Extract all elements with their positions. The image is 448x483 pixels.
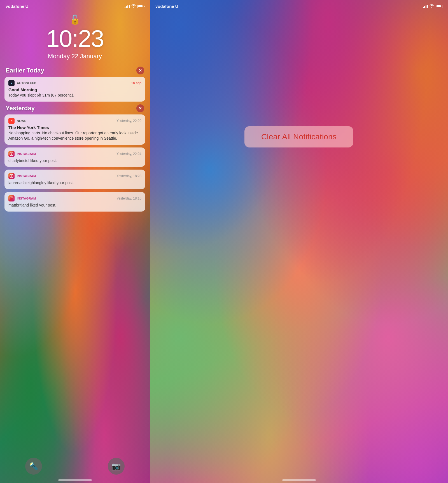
instagram1-notif-body: charlybristol liked your post. (8, 158, 141, 164)
lock-icon: 🔓 (0, 14, 150, 25)
autosleep-notif-body: Today you slept 6h 31m (87 percent.). (8, 93, 141, 98)
news-app-info: N NEWS (8, 118, 26, 124)
instagram2-app-name: INSTAGRAM (17, 174, 36, 178)
dock-area: 🔦 📷 (0, 458, 150, 475)
svg-point-1 (11, 153, 12, 154)
right-battery-icon (436, 5, 442, 8)
svg-rect-6 (10, 197, 13, 200)
autosleep-app-name: AUTOSLEEP (17, 81, 36, 85)
svg-point-8 (12, 197, 13, 198)
instagram1-notif-time: Yesterday, 22:24 (116, 152, 141, 156)
yesterday-header: Yesterday ✕ (4, 104, 145, 112)
news-app-icon: N (8, 118, 15, 124)
autosleep-app-info: ● AUTOSLEEP (8, 80, 36, 86)
instagram3-app-info: INSTAGRAM (8, 195, 36, 201)
left-home-bar (58, 479, 92, 481)
earlier-today-title: Earlier Today (6, 67, 44, 74)
camera-button[interactable]: 📷 (108, 458, 125, 475)
instagram1-app-info: INSTAGRAM (8, 151, 36, 157)
instagram1-app-icon (8, 151, 15, 157)
right-panel: vodafone U Clear All Notifications (150, 0, 448, 483)
instagram-notification-2[interactable]: INSTAGRAM Yesterday, 18:28 laurenashleig… (4, 170, 145, 189)
instagram2-notif-time: Yesterday, 18:28 (116, 174, 141, 178)
news-notif-header: N NEWS Yesterday, 22:29 (8, 118, 141, 124)
svg-point-2 (12, 153, 13, 153)
yesterday-title: Yesterday (6, 105, 35, 112)
right-status-bar: vodafone U (150, 0, 448, 9)
yesterday-close-button[interactable]: ✕ (136, 104, 144, 112)
autosleep-notif-header: ● AUTOSLEEP 1h ago (8, 80, 141, 86)
news-notification[interactable]: N NEWS Yesterday, 22:29 The New York Tim… (4, 114, 145, 145)
right-wifi-icon (430, 4, 434, 8)
autosleep-notif-time: 1h ago (131, 81, 141, 85)
news-notif-body: No shopping carts. No checkout lines. Ou… (8, 130, 141, 141)
right-signal-icon (423, 5, 428, 8)
wifi-icon (131, 4, 136, 8)
date-display: Monday 22 January (0, 53, 150, 60)
instagram1-notif-header: INSTAGRAM Yesterday, 22:24 (8, 151, 141, 157)
instagram2-notif-body: laurenashleighlangley liked your post. (8, 180, 141, 186)
svg-rect-0 (10, 152, 13, 156)
instagram3-notif-time: Yesterday, 18:16 (116, 196, 141, 200)
svg-rect-3 (10, 175, 13, 178)
instagram3-notif-header: INSTAGRAM Yesterday, 18:16 (8, 195, 141, 201)
news-app-name: NEWS (17, 119, 26, 123)
left-status-bar: vodafone U (0, 0, 150, 9)
left-carrier: vodafone U (6, 4, 29, 9)
right-home-bar (282, 479, 316, 481)
earlier-today-header: Earlier Today ✕ (4, 67, 145, 74)
autosleep-notif-title: Good Morning (8, 87, 141, 92)
instagram3-notif-body: mattbritland liked your post. (8, 203, 141, 208)
notifications-area: Earlier Today ✕ ● AUTOSLEEP 1h ago Good … (0, 60, 150, 212)
time-display: 10:23 (0, 26, 150, 50)
flashlight-button[interactable]: 🔦 (25, 458, 42, 475)
instagram-notification-1[interactable]: INSTAGRAM Yesterday, 22:24 charlybristol… (4, 147, 145, 167)
left-status-icons (125, 4, 144, 8)
right-status-icons (423, 4, 442, 8)
earlier-today-close-button[interactable]: ✕ (136, 67, 144, 74)
svg-point-7 (11, 198, 12, 199)
autosleep-app-icon: ● (8, 80, 15, 86)
news-notif-title: The New York Times (8, 125, 141, 130)
svg-point-5 (12, 175, 13, 175)
clear-all-container: Clear All Notifications (150, 126, 448, 147)
instagram1-app-name: INSTAGRAM (17, 152, 36, 156)
left-panel: vodafone U 🔓 10:23 Monday 22 January (0, 0, 150, 483)
svg-point-4 (11, 175, 12, 177)
instagram3-app-name: INSTAGRAM (17, 197, 36, 200)
instagram2-app-icon (8, 173, 15, 179)
autosleep-notification[interactable]: ● AUTOSLEEP 1h ago Good Morning Today yo… (4, 77, 145, 102)
battery-icon (137, 5, 144, 8)
clear-all-button[interactable]: Clear All Notifications (244, 126, 353, 147)
news-notif-time: Yesterday, 22:29 (116, 119, 141, 123)
instagram2-notif-header: INSTAGRAM Yesterday, 18:28 (8, 173, 141, 179)
instagram3-app-icon (8, 195, 15, 201)
instagram2-app-info: INSTAGRAM (8, 173, 36, 179)
right-background (150, 0, 448, 483)
right-carrier: vodafone U (155, 4, 178, 9)
instagram-notification-3[interactable]: INSTAGRAM Yesterday, 18:16 mattbritland … (4, 192, 145, 212)
signal-icon (125, 5, 130, 8)
